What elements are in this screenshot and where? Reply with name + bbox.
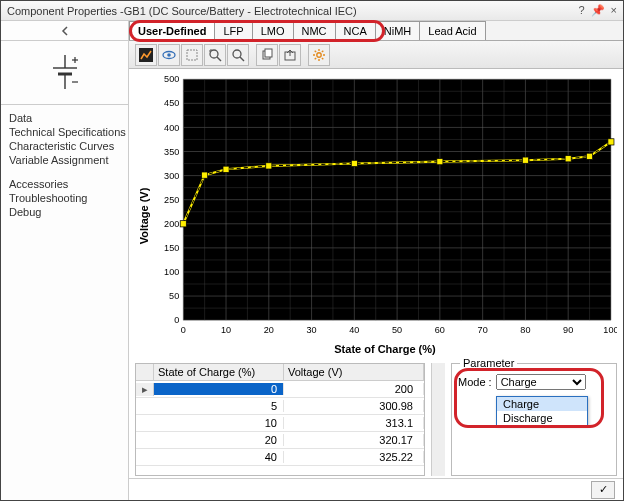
mode-select[interactable]: Charge (496, 374, 586, 390)
nav-item-curves[interactable]: Characteristic Curves (9, 139, 120, 153)
svg-rect-93 (202, 172, 208, 178)
nav-item-accessories[interactable]: Accessories (9, 177, 120, 191)
close-button[interactable]: × (611, 4, 617, 17)
svg-point-9 (167, 53, 171, 57)
svg-rect-100 (587, 153, 593, 159)
svg-point-18 (317, 52, 321, 56)
svg-line-26 (322, 50, 323, 51)
window-buttons: ? 📌 × (578, 4, 617, 17)
svg-text:50: 50 (169, 291, 179, 301)
chart-toolbar (129, 41, 623, 69)
tool-style-icon[interactable] (135, 44, 157, 66)
tab-leadacid[interactable]: Lead Acid (419, 21, 485, 40)
svg-line-12 (217, 57, 221, 61)
table-row[interactable]: 5300.98 (136, 398, 424, 415)
svg-rect-92 (180, 221, 186, 227)
table-row[interactable]: 10313.1 (136, 415, 424, 432)
svg-point-11 (210, 50, 218, 58)
table-row[interactable]: 20320.17 (136, 432, 424, 449)
tool-zoomfit-icon[interactable] (204, 44, 226, 66)
svg-text:40: 40 (349, 324, 359, 334)
svg-point-13 (233, 50, 241, 58)
svg-text:80: 80 (520, 324, 530, 334)
x-axis-label: State of Charge (%) (153, 343, 617, 359)
nav-item-debug[interactable]: Debug (9, 205, 120, 219)
tool-export-icon[interactable] (279, 44, 301, 66)
svg-rect-95 (266, 163, 272, 169)
svg-text:0: 0 (181, 324, 186, 334)
table-row[interactable]: 40325.22 (136, 449, 424, 466)
svg-text:70: 70 (478, 324, 488, 334)
svg-text:150: 150 (164, 243, 179, 253)
col-soc[interactable]: State of Charge (%) (154, 364, 284, 380)
svg-text:30: 30 (307, 324, 317, 334)
svg-text:0: 0 (174, 315, 179, 325)
table-scrollbar[interactable] (431, 363, 445, 476)
tab-lfp[interactable]: LFP (214, 21, 252, 40)
tool-select-icon[interactable] (181, 44, 203, 66)
mode-option-discharge[interactable]: Discharge (497, 411, 587, 425)
table-header: State of Charge (%) Voltage (V) (136, 364, 424, 381)
tab-lmo[interactable]: LMO (252, 21, 294, 40)
svg-rect-99 (565, 156, 571, 162)
parameter-legend: Parameter (460, 357, 517, 369)
tab-nca[interactable]: NCA (335, 21, 376, 40)
svg-rect-96 (351, 160, 357, 166)
tab-nimh[interactable]: NiMH (375, 21, 421, 40)
y-axis-label: Voltage (V) (135, 73, 153, 359)
svg-text:200: 200 (164, 219, 179, 229)
svg-text:20: 20 (264, 324, 274, 334)
svg-text:450: 450 (164, 98, 179, 108)
tool-settings-icon[interactable] (308, 44, 330, 66)
bottom-row: State of Charge (%) Voltage (V) ▸0200530… (129, 359, 623, 478)
svg-text:400: 400 (164, 122, 179, 132)
parameter-box: Parameter Mode : Charge Charge Discharge (451, 363, 617, 476)
mode-option-charge[interactable]: Charge (497, 397, 587, 411)
tool-eye-icon[interactable] (158, 44, 180, 66)
body: Data Technical Specifications Characteri… (1, 21, 623, 500)
window-title: Component Properties -GB1 (DC Source/Bat… (7, 5, 578, 17)
mode-dropdown[interactable]: Charge Discharge (496, 396, 588, 426)
help-button[interactable]: ? (578, 4, 584, 17)
col-voltage[interactable]: Voltage (V) (284, 364, 424, 380)
chart-area: Voltage (V) 0102030405060708090100050100… (129, 69, 623, 359)
svg-text:10: 10 (221, 324, 231, 334)
svg-line-23 (315, 50, 316, 51)
svg-text:250: 250 (164, 195, 179, 205)
svg-text:100: 100 (603, 324, 617, 334)
svg-text:500: 500 (164, 74, 179, 84)
table-row[interactable]: ▸0200 (136, 381, 424, 398)
svg-text:50: 50 (392, 324, 402, 334)
tab-row: User-Defined LFP LMO NMC NCA NiMH Lead A… (129, 21, 623, 41)
nav-item-varassign[interactable]: Variable Assignment (9, 153, 120, 167)
tool-copy-icon[interactable] (256, 44, 278, 66)
tab-nmc[interactable]: NMC (293, 21, 336, 40)
svg-rect-98 (522, 157, 528, 163)
chart-plot[interactable]: 0102030405060708090100050100150200250300… (153, 73, 617, 343)
svg-text:350: 350 (164, 147, 179, 157)
svg-line-25 (315, 57, 316, 58)
tool-zoom-icon[interactable] (227, 44, 249, 66)
svg-text:100: 100 (164, 267, 179, 277)
data-table: State of Charge (%) Voltage (V) ▸0200530… (135, 363, 425, 476)
window: Component Properties -GB1 (DC Source/Bat… (0, 0, 624, 501)
svg-text:60: 60 (435, 324, 445, 334)
table-body: ▸02005300.9810313.120320.1740325.22 (136, 381, 424, 475)
nav-item-troubleshoot[interactable]: Troubleshooting (9, 191, 120, 205)
svg-rect-97 (437, 159, 443, 165)
ok-button[interactable]: ✓ (591, 481, 615, 499)
right-panel: User-Defined LFP LMO NMC NCA NiMH Lead A… (129, 21, 623, 500)
svg-line-14 (240, 57, 244, 61)
nav-item-techspec[interactable]: Technical Specifications (9, 125, 120, 139)
svg-rect-101 (608, 139, 614, 145)
svg-rect-94 (223, 166, 229, 172)
svg-rect-10 (187, 50, 197, 60)
svg-text:300: 300 (164, 171, 179, 181)
footer: ✓ (129, 478, 623, 500)
mode-label: Mode : (458, 376, 492, 388)
back-button[interactable] (1, 21, 128, 41)
nav-item-data[interactable]: Data (9, 111, 120, 125)
tab-user-defined[interactable]: User-Defined (129, 21, 215, 40)
svg-rect-16 (265, 49, 272, 57)
pin-button[interactable]: 📌 (591, 4, 605, 17)
